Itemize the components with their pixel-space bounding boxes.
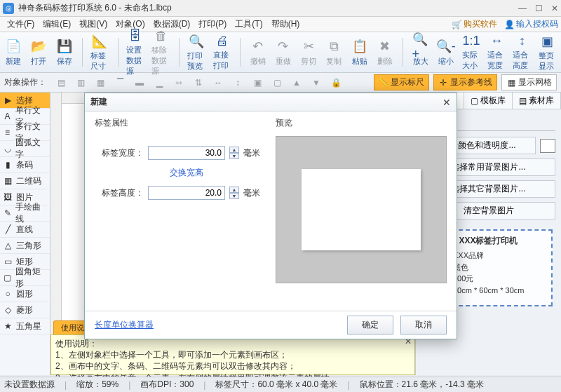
撤销-icon: ↶ (250, 38, 266, 55)
toolbar-移除数据源: 🗑移除数据源 (151, 35, 170, 69)
适合高度-icon: ↕ (514, 34, 531, 48)
tool-五角星[interactable]: ★五角星 (0, 318, 50, 334)
menu-edit[interactable]: 编辑(E) (39, 17, 75, 32)
toggle-guides[interactable]: ✛显示参考线 (433, 74, 497, 90)
tool-手绘曲线[interactable]: ✎手绘曲线 (0, 205, 50, 222)
tab-assets[interactable]: ▤素材库 (513, 93, 561, 109)
tool-二维码[interactable]: ▦二维码 (0, 173, 50, 189)
group-icon[interactable]: ▣ (250, 76, 265, 90)
status-datasource: 未设置数据源 (4, 379, 55, 391)
toolbar-标签尺寸[interactable]: 📐标签尺寸 (90, 35, 109, 69)
剪切-icon: ✂ (300, 38, 317, 55)
toolbar-剪切: ✂剪切 (299, 35, 318, 69)
toolbar-新建[interactable]: 📄新建 (4, 35, 22, 69)
unit-converter-link[interactable]: 长度单位换算器 (95, 319, 154, 331)
bring-front-icon[interactable]: ▲ (289, 76, 304, 90)
toggle-grid[interactable]: ▦显示网格 (501, 74, 557, 90)
width-spin-down-icon[interactable]: ▼ (229, 153, 239, 159)
align-left-icon[interactable]: ▤ (53, 76, 69, 90)
send-back-icon[interactable]: ▼ (309, 76, 324, 90)
放大-icon: 🔍+ (412, 38, 429, 55)
toolbar-打印预览[interactable]: 🔍打印预览 (187, 35, 205, 69)
选择-icon: ▶ (3, 95, 13, 105)
width-input[interactable] (148, 146, 225, 160)
tab-templates[interactable]: ▢模板库 (464, 93, 513, 109)
粘贴-icon: 📋 (351, 38, 368, 55)
width-label: 标签宽度： (95, 147, 144, 159)
width-unit: 毫米 (243, 147, 260, 159)
grid-icon: ▦ (506, 78, 516, 88)
usage-title: 使用说明： (55, 338, 410, 349)
直线-icon: ╱ (3, 224, 13, 234)
swap-wh-link[interactable]: 交换宽高 (148, 167, 225, 179)
width-spin-up-icon[interactable]: ▲ (229, 147, 239, 153)
menu-view[interactable]: 视图(V) (75, 17, 111, 32)
tool-圆角矩形[interactable]: ▢圆角矩形 (0, 270, 50, 286)
align-top-icon[interactable]: ▔ (112, 76, 128, 90)
app-icon: ◎ (3, 3, 14, 14)
same-width-icon[interactable]: ↔ (210, 76, 226, 90)
titlebar: ◎ 神奇条码标签打印系统 6.0 - 未命名1.lbcp — ☐ ✕ (0, 0, 561, 17)
toolbar-设置数据源[interactable]: 🗄设置数据源 (126, 35, 144, 69)
toolbar-打开[interactable]: 📂打开 (29, 35, 48, 69)
toolbar-保存[interactable]: 💾保存 (55, 35, 74, 69)
五角星-icon: ★ (3, 321, 13, 331)
toggle-ruler[interactable]: 📏显示标尺 (374, 74, 429, 90)
ruler-icon: 📏 (379, 78, 388, 88)
sub-toolbar: 对象操作： ▤ ▥ ▦ ▔ ▬ ▁ ⇿ ⇅ ↔ ↕ ▣ ▢ ▲ ▼ 🔒 📏显示标… (0, 73, 561, 93)
align-right-icon[interactable]: ▦ (93, 76, 108, 90)
distribute-h-icon[interactable]: ⇿ (171, 76, 187, 90)
auth-link[interactable]: 👤输入授权码 (504, 18, 558, 30)
toolbar-适合宽度[interactable]: ↔适合宽度 (487, 35, 506, 69)
toolbar-放大[interactable]: 🔍+放大 (411, 35, 429, 69)
dialog-close-icon[interactable]: ✕ (442, 97, 451, 108)
maximize-icon[interactable]: ☐ (535, 4, 543, 13)
main-toolbar: 📄新建📂打开💾保存📐标签尺寸🗄设置数据源🗑移除数据源🔍打印预览🖨直接打印↶撤销↷… (0, 32, 561, 73)
buy-link[interactable]: 🛒购买软件 (452, 18, 497, 30)
preview-page (302, 169, 421, 250)
height-spin-down-icon[interactable]: ▼ (229, 193, 239, 199)
distribute-v-icon[interactable]: ⇅ (191, 76, 206, 90)
toolbar-实际大小[interactable]: 1:1实际大小 (462, 35, 480, 69)
object-ops-label: 对象操作： (4, 76, 46, 88)
toolbar-适合高度[interactable]: ↕适合高度 (513, 35, 531, 69)
close-icon[interactable]: ✕ (551, 4, 558, 13)
重做-icon: ↷ (275, 38, 292, 55)
guides-icon: ✛ (438, 78, 448, 88)
minimize-icon[interactable]: — (518, 4, 527, 13)
height-label: 标签高度： (95, 187, 144, 199)
usage-line: 1、左侧对象栏中选择一个工具，即可添加一个元素到画布区； (55, 349, 410, 360)
same-height-icon[interactable]: ↕ (230, 76, 245, 90)
条码-icon: ▮ (3, 160, 13, 170)
toolbar-粘贴[interactable]: 📋粘贴 (350, 35, 368, 69)
toolbar-删除: ✖删除 (376, 35, 394, 69)
align-bottom-icon[interactable]: ▁ (151, 76, 167, 90)
保存-icon: 💾 (56, 38, 73, 55)
圆角矩形-icon: ▢ (3, 273, 12, 283)
tool-圆弧文字[interactable]: ◡圆弧文字 (0, 141, 50, 157)
height-input[interactable] (148, 186, 225, 200)
align-center-icon[interactable]: ▥ (73, 76, 88, 90)
缩小-icon: 🔍- (438, 38, 454, 55)
dialog-title: 新建 (90, 96, 442, 108)
cancel-button[interactable]: 取消 (400, 316, 447, 334)
tool-三角形[interactable]: △三角形 (0, 238, 50, 254)
ungroup-icon[interactable]: ▢ (269, 76, 285, 90)
lock-icon[interactable]: 🔒 (328, 76, 344, 90)
toolbar-直接打印[interactable]: 🖨直接打印 (213, 35, 231, 69)
align-middle-icon[interactable]: ▬ (132, 76, 147, 90)
打开-icon: 📂 (30, 38, 47, 55)
menu-file[interactable]: 文件(F) (3, 17, 39, 32)
tool-菱形[interactable]: ◇菱形 (0, 302, 50, 318)
bg-color-swatch[interactable] (540, 139, 555, 153)
toolbar-整页显示[interactable]: ▣整页显示 (539, 35, 557, 69)
menu-tools[interactable]: 工具(T) (231, 17, 266, 32)
toolbar-复制: ⧉复制 (325, 35, 343, 69)
height-spin-up-icon[interactable]: ▲ (229, 187, 239, 193)
toolbar-缩小[interactable]: 🔍-缩小 (437, 35, 455, 69)
menu-help[interactable]: 帮助(H) (267, 17, 304, 32)
打印预览-icon: 🔍 (188, 34, 205, 49)
menu-print[interactable]: 打印(P) (194, 17, 231, 32)
ok-button[interactable]: 确定 (347, 316, 393, 334)
删除-icon: ✖ (377, 38, 393, 55)
